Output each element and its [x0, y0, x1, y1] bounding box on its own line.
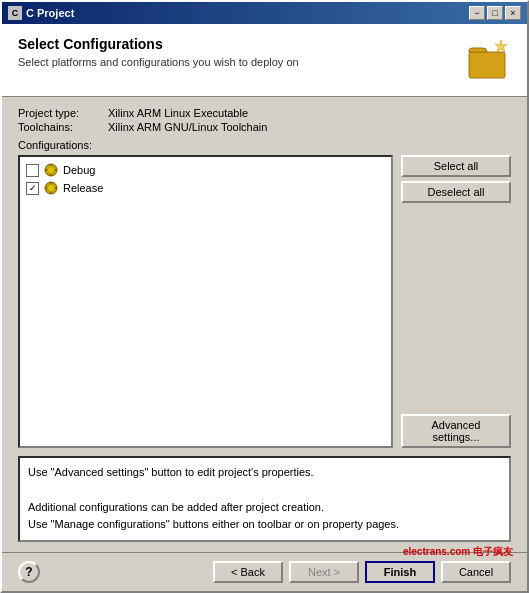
release-config-name: Release	[63, 182, 103, 194]
toolchains-row: Toolchains: Xilinx ARM GNU/Linux Toolcha…	[18, 121, 511, 133]
project-type-label: Project type:	[18, 107, 108, 119]
note-line4: Use "Manage configurations" buttons eith…	[28, 516, 501, 534]
title-bar: C C Project − □ ×	[2, 2, 527, 24]
main-area: Debug ✓	[18, 155, 511, 448]
svg-point-9	[48, 185, 54, 191]
back-button[interactable]: < Back	[213, 561, 283, 583]
title-bar-left: C C Project	[8, 6, 74, 20]
project-type-value: Xilinx ARM Linux Executable	[108, 107, 248, 119]
list-item[interactable]: ✓ Release	[24, 179, 387, 197]
note-section: Use "Advanced settings" button to edit p…	[18, 456, 511, 542]
cancel-button[interactable]: Cancel	[441, 561, 511, 583]
finish-button[interactable]: Finish	[365, 561, 435, 583]
svg-point-3	[48, 167, 54, 173]
window-icon: C	[8, 6, 22, 20]
side-bottom-buttons: Advanced settings...	[401, 414, 511, 448]
release-checkbox[interactable]: ✓	[26, 182, 39, 195]
advanced-settings-button[interactable]: Advanced settings...	[401, 414, 511, 448]
window-title: C Project	[26, 7, 74, 19]
svg-rect-0	[469, 52, 505, 78]
footer-section: ? < Back Next > Finish Cancel	[2, 552, 527, 591]
toolchains-label: Toolchains:	[18, 121, 108, 133]
release-config-icon	[43, 180, 59, 196]
note-line1: Use "Advanced settings" button to edit p…	[28, 464, 501, 482]
list-item[interactable]: Debug	[24, 161, 387, 179]
wizard-icon	[463, 36, 511, 84]
header-text: Select Configurations Select platforms a…	[18, 36, 463, 68]
configurations-label: Configurations:	[18, 139, 511, 151]
close-button[interactable]: ×	[505, 6, 521, 20]
select-all-button[interactable]: Select all	[401, 155, 511, 177]
maximize-button[interactable]: □	[487, 6, 503, 20]
side-top-buttons: Select all Deselect all	[401, 155, 511, 203]
help-button[interactable]: ?	[18, 561, 40, 583]
note-line2	[28, 481, 501, 499]
deselect-all-button[interactable]: Deselect all	[401, 181, 511, 203]
minimize-button[interactable]: −	[469, 6, 485, 20]
footer-left: ?	[18, 561, 40, 583]
page-subtitle: Select platforms and configurations you …	[18, 56, 463, 68]
next-button[interactable]: Next >	[289, 561, 359, 583]
debug-checkbox[interactable]	[26, 164, 39, 177]
project-type-row: Project type: Xilinx ARM Linux Executabl…	[18, 107, 511, 119]
body-section: Project type: Xilinx ARM Linux Executabl…	[2, 97, 527, 552]
debug-config-icon	[43, 162, 59, 178]
note-line3: Additional configurations can be added a…	[28, 499, 501, 517]
side-buttons: Select all Deselect all Advanced setting…	[401, 155, 511, 448]
title-buttons: − □ ×	[469, 6, 521, 20]
svg-marker-1	[495, 40, 507, 52]
config-list: Debug ✓	[18, 155, 393, 448]
main-window: C C Project − □ × Select Configurations …	[0, 0, 529, 593]
footer-right: < Back Next > Finish Cancel	[213, 561, 511, 583]
header-section: Select Configurations Select platforms a…	[2, 24, 527, 97]
page-title: Select Configurations	[18, 36, 463, 52]
dialog-content: Select Configurations Select platforms a…	[2, 24, 527, 591]
toolchains-value: Xilinx ARM GNU/Linux Toolchain	[108, 121, 267, 133]
debug-config-name: Debug	[63, 164, 95, 176]
